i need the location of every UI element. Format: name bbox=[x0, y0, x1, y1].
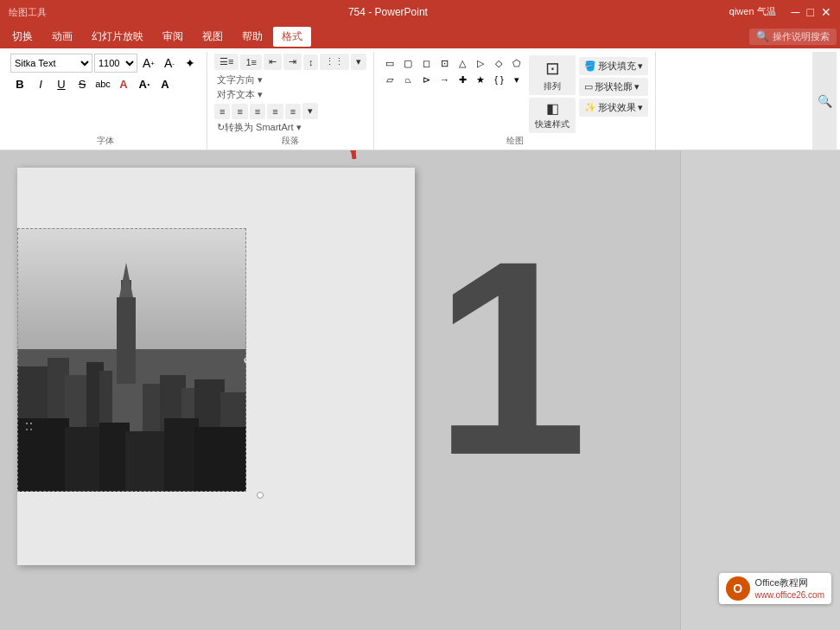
font-group-label: 字体 bbox=[3, 135, 207, 147]
numbering-btn[interactable]: 1≡ bbox=[240, 54, 262, 70]
quick-styles-label: 快速样式 bbox=[535, 118, 570, 130]
shape-rect[interactable]: ▭ bbox=[381, 55, 398, 71]
svg-rect-20 bbox=[164, 418, 199, 492]
ribbon-search-icon: 🔍 bbox=[818, 94, 832, 108]
decrease-indent-btn[interactable]: ⇤ bbox=[264, 54, 282, 70]
svg-rect-16 bbox=[17, 418, 69, 492]
arrange-btn[interactable]: ⊡ 排列 bbox=[529, 55, 576, 95]
shape-brace[interactable]: { } bbox=[490, 72, 507, 87]
menu-item-animation[interactable]: 动画 bbox=[43, 27, 81, 47]
shape-star[interactable]: ★ bbox=[472, 72, 489, 87]
svg-rect-24 bbox=[26, 429, 28, 430]
main-area: 1 bbox=[0, 150, 840, 630]
search-bar[interactable]: 🔍 操作说明搜索 bbox=[749, 29, 837, 45]
shape-chevron[interactable]: ⊳ bbox=[417, 72, 435, 87]
convert-smartart-btn[interactable]: ↻转换为 SmartArt ▾ bbox=[214, 121, 304, 134]
menu-item-view[interactable]: 视图 bbox=[194, 27, 232, 47]
bullets-btn[interactable]: ☰≡ bbox=[214, 54, 239, 70]
search-text: 操作说明搜索 bbox=[773, 30, 830, 43]
maximize-btn[interactable]: □ bbox=[807, 5, 814, 19]
shape-parallelogram[interactable]: ▱ bbox=[381, 72, 398, 87]
quick-styles-btn[interactable]: ◧ 快速样式 bbox=[529, 98, 576, 133]
office-text: Office教程网 www.office26.com bbox=[755, 576, 824, 600]
city-image-container[interactable] bbox=[17, 228, 246, 492]
close-btn[interactable]: ✕ bbox=[821, 5, 831, 19]
italic-btn[interactable]: I bbox=[31, 74, 50, 93]
align-text-btn[interactable]: 对齐文本 ▾ bbox=[214, 88, 265, 101]
shape-snip[interactable]: ◻ bbox=[417, 55, 435, 71]
drawing-group-label: 绘图 bbox=[374, 135, 655, 147]
font-family-select[interactable]: Sitka Text bbox=[10, 54, 92, 73]
menu-item-format[interactable]: 格式 bbox=[273, 27, 311, 47]
clear-format-btn[interactable]: ✦ bbox=[181, 54, 200, 73]
highlight-btn[interactable]: A· bbox=[135, 74, 154, 93]
tool-name: 绘图工具 bbox=[9, 6, 47, 19]
number-handle[interactable] bbox=[257, 492, 264, 499]
effect-icon: ✨ bbox=[584, 102, 596, 113]
text-effect-btn[interactable]: A bbox=[156, 74, 175, 93]
paragraph-group-label: 段落 bbox=[207, 135, 373, 147]
column-btn[interactable]: ⋮⋮ bbox=[320, 54, 349, 70]
font-row-1: Sitka Text 1100 A+ A- ✦ bbox=[10, 54, 200, 73]
city-svg bbox=[17, 228, 246, 492]
shape-pentagon[interactable]: ⬠ bbox=[508, 55, 525, 71]
bold-btn[interactable]: B bbox=[10, 74, 29, 93]
slide-canvas[interactable]: 1 bbox=[17, 168, 415, 565]
svg-rect-18 bbox=[99, 423, 130, 492]
underline-btn[interactable]: U bbox=[52, 74, 71, 93]
more-para-btn[interactable]: ▾ bbox=[351, 54, 366, 70]
office-url: www.office26.com bbox=[755, 589, 824, 601]
shape-effect-btn[interactable]: ✨ 形状效果 ▾ bbox=[579, 99, 648, 117]
strikethrough-btn[interactable]: S bbox=[73, 74, 92, 93]
window-controls[interactable]: qiwen 气温 ─ □ ✕ bbox=[729, 5, 831, 19]
increase-font-btn[interactable]: A+ bbox=[139, 54, 158, 73]
arrange-icon: ⊡ bbox=[545, 58, 560, 79]
office-site-name: Office教程网 bbox=[755, 576, 824, 589]
para-row-3: 对齐文本 ▾ bbox=[214, 88, 265, 101]
shape-outline-btn[interactable]: ▭ 形状轮廓 ▾ bbox=[579, 78, 648, 96]
shape-tri[interactable]: △ bbox=[454, 55, 471, 71]
svg-rect-17 bbox=[65, 427, 104, 492]
ribbon-search-btn[interactable]: 🔍 bbox=[812, 52, 837, 150]
menu-item-help[interactable]: 帮助 bbox=[233, 27, 271, 47]
line-spacing-btn[interactable]: ↕ bbox=[303, 54, 319, 70]
menu-item-review[interactable]: 审阅 bbox=[154, 27, 192, 47]
shape-styles: 🪣 形状填充 ▾ ▭ 形状轮廓 ▾ ✨ 形状效果 ▾ bbox=[579, 54, 648, 117]
quick-styles-icon: ◧ bbox=[546, 100, 559, 117]
svg-rect-22 bbox=[26, 423, 28, 424]
more-align-btn[interactable]: ▾ bbox=[302, 103, 318, 119]
svg-rect-19 bbox=[125, 431, 169, 492]
para-row-5: ↻转换为 SmartArt ▾ bbox=[214, 121, 304, 134]
menu-item-switch[interactable]: 切换 bbox=[3, 27, 41, 47]
increase-indent-btn[interactable]: ⇥ bbox=[283, 54, 302, 70]
selection-handle-right[interactable] bbox=[244, 357, 246, 364]
shape-rtri[interactable]: ▷ bbox=[472, 55, 489, 71]
shadow-btn[interactable]: abc bbox=[93, 74, 112, 93]
font-color-btn[interactable]: A bbox=[114, 74, 133, 93]
menu-bar: 切换 动画 幻灯片放映 审阅 视图 帮助 格式 🔍 操作说明搜索 bbox=[0, 24, 840, 48]
fill-label: 形状填充 bbox=[598, 60, 636, 73]
align-center-btn[interactable]: ≡ bbox=[232, 104, 247, 119]
shape-rounded-rect[interactable]: ▢ bbox=[399, 55, 417, 71]
shape-arrow[interactable]: → bbox=[436, 72, 453, 87]
text-direction-btn[interactable]: 文字方向 ▾ bbox=[214, 73, 265, 86]
shape-more[interactable]: ▾ bbox=[508, 72, 525, 87]
shape-plus[interactable]: ✚ bbox=[454, 72, 471, 87]
menu-item-slideshow[interactable]: 幻灯片放映 bbox=[83, 27, 152, 47]
align-left-btn[interactable]: ≡ bbox=[214, 104, 230, 119]
shape-diamond[interactable]: ◇ bbox=[490, 55, 507, 71]
ribbon-paragraph-group: ☰≡ 1≡ ⇤ ⇥ ↕ ⋮⋮ ▾ 文字方向 ▾ 对齐文本 ▾ ≡ ≡ ≡ ≡ ≡… bbox=[207, 52, 374, 150]
minimize-btn[interactable]: ─ bbox=[792, 5, 800, 19]
big-number-1[interactable]: 1 bbox=[434, 220, 588, 496]
decrease-font-btn[interactable]: A- bbox=[160, 54, 179, 73]
font-size-select[interactable]: 1100 bbox=[94, 54, 137, 73]
ribbon-font-group: Sitka Text 1100 A+ A- ✦ B I U S abc A A·… bbox=[3, 52, 207, 150]
shape-trapezoid[interactable]: ⏢ bbox=[399, 72, 417, 87]
shape-cylinder[interactable]: ⊡ bbox=[436, 55, 453, 71]
align-right-btn[interactable]: ≡ bbox=[250, 104, 265, 119]
justify-low-btn[interactable]: ≡ bbox=[285, 104, 301, 119]
right-panel bbox=[680, 150, 840, 630]
shape-fill-btn[interactable]: 🪣 形状填充 ▾ bbox=[579, 57, 648, 75]
justify-btn[interactable]: ≡ bbox=[267, 104, 283, 119]
arrange-label: 排列 bbox=[544, 80, 561, 92]
